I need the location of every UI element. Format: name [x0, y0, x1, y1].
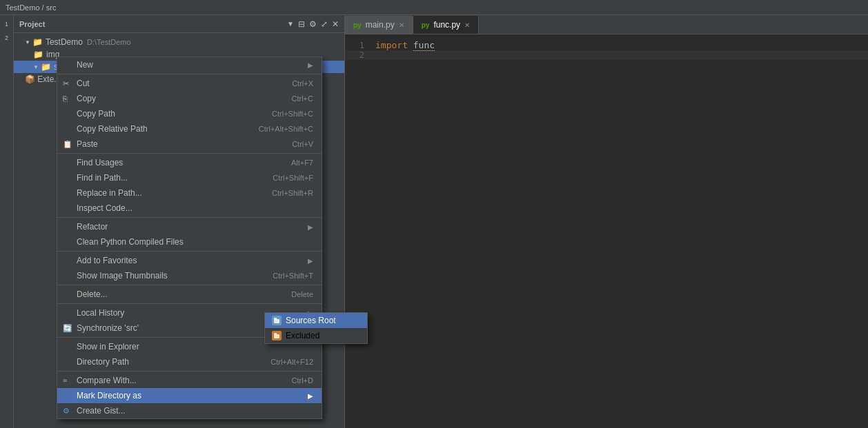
- menu-label-paste: Paste: [77, 139, 278, 149]
- code-content-1: import func: [373, 40, 435, 50]
- submenu-mark-directory: Sources Root Excluded: [264, 312, 368, 344]
- tab-main-py[interactable]: py main.py ✕: [345, 16, 413, 34]
- menu-item-add-favorites[interactable]: Add to Favorites ▶: [57, 253, 322, 268]
- tab-close-func[interactable]: ✕: [464, 21, 470, 29]
- menu-item-find-usages[interactable]: Find Usages Alt+F7: [57, 155, 322, 170]
- menu-shortcut-cut: Ctrl+X: [292, 79, 313, 88]
- menu-sep-5: [57, 285, 322, 285]
- gist-icon: ⚙: [63, 407, 70, 416]
- menu-label-mark-directory: Mark Directory as: [77, 391, 308, 400]
- menu-label-copy-path: Copy Path: [77, 109, 258, 119]
- editor-area: py main.py ✕ py func.py ✕ 1 import: [345, 15, 868, 428]
- menu-arrow-refactor: ▶: [308, 223, 313, 231]
- folder-icon-img: 📁: [33, 50, 43, 59]
- menu-item-replace-in-path[interactable]: Replace in Path... Ctrl+Shift+R: [57, 185, 322, 201]
- tab-label-func: func.py: [433, 20, 460, 30]
- py-icon-func: py: [422, 21, 430, 29]
- submenu-label-excluded: Excluded: [286, 331, 319, 340]
- menu-arrow-new: ▶: [308, 61, 313, 69]
- menu-label-refactor: Refactor: [77, 222, 308, 232]
- left-sidebar: 1 2: [0, 15, 14, 428]
- code-editor: 1 import func 2: [345, 34, 868, 428]
- menu-item-refactor[interactable]: Refactor ▶: [57, 219, 322, 234]
- menu-shortcut-replace: Ctrl+Shift+R: [272, 189, 313, 197]
- expand-arrow-testdemo: ▼: [25, 39, 30, 45]
- menu-item-new[interactable]: New ▶: [57, 57, 322, 72]
- menu-shortcut-copy: Ctrl+C: [292, 94, 313, 103]
- menu-item-inspect-code[interactable]: Inspect Code...: [57, 201, 322, 216]
- folder-icon-testdemo: 📁: [32, 37, 43, 47]
- menu-label-copy-relative-path: Copy Relative Path: [77, 124, 245, 134]
- menu-item-delete[interactable]: Delete... Delete: [57, 287, 322, 302]
- menu-sep-6: [57, 303, 322, 304]
- menu-arrow-favorites: ▶: [308, 257, 313, 265]
- menu-item-copy-path[interactable]: Copy Path Ctrl+Shift+C: [57, 106, 322, 121]
- menu-shortcut-find-usages: Alt+F7: [291, 159, 313, 167]
- menu-shortcut-directory-path: Ctrl+Alt+F12: [270, 358, 313, 366]
- menu-shortcut-thumbnails: Ctrl+Shift+T: [273, 272, 313, 280]
- menu-shortcut-copy-path: Ctrl+Shift+C: [272, 110, 313, 118]
- svg-rect-3: [274, 333, 277, 335]
- menu-item-create-gist[interactable]: ⚙ Create Gist...: [57, 403, 322, 418]
- menu-item-cut[interactable]: ✂ Cut Ctrl+X: [57, 76, 322, 91]
- paste-icon: 📋: [63, 140, 72, 149]
- tab-close-main[interactable]: ✕: [399, 21, 404, 29]
- menu-label-clean-python: Clean Python Compiled Files: [77, 237, 313, 247]
- menu-arrow-mark-directory: ▶: [308, 392, 313, 400]
- tree-item-testdemo[interactable]: ▼ 📁 TestDemo D:\TestDemo: [14, 36, 344, 48]
- panel-title: Project: [19, 20, 283, 28]
- context-menu: New ▶ ✂ Cut Ctrl+X ⎘ Copy Ctrl+C Copy Pa…: [57, 57, 322, 419]
- menu-sep-2: [57, 153, 322, 154]
- menu-item-copy-relative-path[interactable]: Copy Relative Path Ctrl+Alt+Shift+C: [57, 121, 322, 136]
- menu-item-directory-path[interactable]: Directory Path Ctrl+Alt+F12: [57, 354, 322, 369]
- breadcrumb: TestDemo / src: [6, 3, 56, 12]
- expand-arrow-src: ▼: [33, 64, 39, 70]
- tree-label-exte: 📦 Exte...: [25, 74, 61, 84]
- menu-shortcut-paste: Ctrl+V: [292, 140, 313, 148]
- folder-icon-src: 📁: [41, 62, 51, 72]
- tree-path-testdemo: D:\TestDemo: [87, 38, 131, 46]
- menu-label-add-favorites: Add to Favorites: [77, 256, 308, 265]
- line-number-2: 2: [345, 50, 373, 60]
- sidebar-structure-icon[interactable]: 2: [1, 32, 13, 44]
- menu-shortcut-copy-relative: Ctrl+Alt+Shift+C: [259, 125, 313, 133]
- editor-tabs: py main.py ✕ py func.py ✕: [345, 15, 868, 34]
- keyword-import: import: [375, 40, 408, 50]
- menu-label-inspect-code: Inspect Code...: [77, 203, 313, 213]
- submenu-label-sources-root: Sources Root: [286, 316, 336, 325]
- submenu-item-sources-root[interactable]: Sources Root: [265, 313, 367, 328]
- menu-item-compare-with[interactable]: ≈ Compare With... Ctrl+D: [57, 373, 322, 388]
- menu-item-mark-directory[interactable]: Mark Directory as ▶: [57, 388, 322, 403]
- menu-item-find-in-path[interactable]: Find in Path... Ctrl+Shift+F: [57, 170, 322, 185]
- submenu-item-excluded[interactable]: Excluded: [265, 328, 367, 343]
- close-panel-icon[interactable]: ✕: [332, 19, 339, 29]
- menu-label-find-in-path: Find in Path...: [77, 173, 259, 183]
- menu-sep-3: [57, 217, 322, 218]
- menu-label-replace-in-path: Replace in Path...: [77, 188, 258, 198]
- tab-label-main: main.py: [366, 20, 395, 30]
- compare-icon: ≈: [63, 376, 67, 385]
- code-line-1: 1 import func: [345, 40, 868, 50]
- settings-icon[interactable]: ⚙: [309, 19, 317, 29]
- menu-label-compare-with: Compare With...: [77, 376, 278, 385]
- cut-icon: ✂: [63, 79, 69, 88]
- menu-item-paste[interactable]: 📋 Paste Ctrl+V: [57, 136, 322, 152]
- tree-label-testdemo: TestDemo: [46, 37, 83, 47]
- panel-dropdown-arrow[interactable]: ▼: [287, 20, 294, 28]
- menu-label-find-usages: Find Usages: [77, 158, 277, 167]
- sidebar-project-icon[interactable]: 1: [1, 18, 13, 30]
- expand-icon[interactable]: ⤢: [321, 19, 328, 29]
- panel-header-icons: ⊟ ⚙ ⤢ ✕: [298, 19, 339, 29]
- tab-func-py[interactable]: py func.py ✕: [413, 16, 479, 34]
- copy-icon: ⎘: [63, 94, 68, 103]
- menu-shortcut-find-in-path: Ctrl+Shift+F: [273, 174, 313, 182]
- panel-header: Project ▼ ⊟ ⚙ ⤢ ✕: [14, 15, 344, 33]
- menu-shortcut-compare: Ctrl+D: [292, 376, 313, 385]
- menu-item-clean-python[interactable]: Clean Python Compiled Files: [57, 234, 322, 249]
- collapse-all-icon[interactable]: ⊟: [298, 19, 305, 29]
- svg-rect-1: [274, 318, 277, 320]
- menu-sep-8: [57, 371, 322, 371]
- menu-label-new: New: [77, 60, 308, 70]
- menu-item-copy[interactable]: ⎘ Copy Ctrl+C: [57, 91, 322, 106]
- menu-item-show-thumbnails[interactable]: Show Image Thumbnails Ctrl+Shift+T: [57, 268, 322, 283]
